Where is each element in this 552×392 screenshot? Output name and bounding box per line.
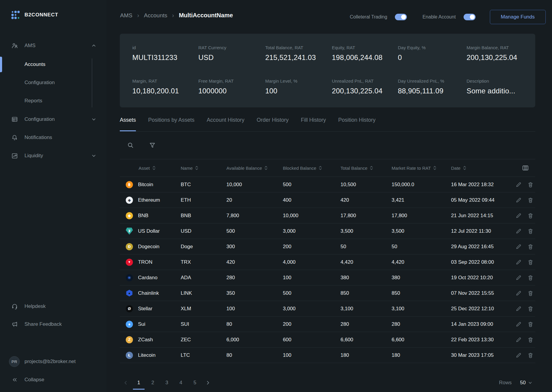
sort-icon <box>195 166 198 170</box>
sidebar-item-reports[interactable]: Reports <box>24 94 96 107</box>
delete-icon[interactable] <box>528 244 533 250</box>
delete-icon[interactable] <box>528 321 533 327</box>
cell-blocked: 3,000 <box>283 228 341 234</box>
edit-icon[interactable] <box>516 182 522 188</box>
chevron-down-icon <box>528 381 532 385</box>
delete-icon[interactable] <box>528 197 533 203</box>
sort-icon <box>153 166 155 170</box>
table-row[interactable]: Ł Litecoin LTC 80 100 180 180 30 Mar 202… <box>120 348 535 363</box>
column-header-total-balance[interactable]: Total Balance <box>341 166 392 171</box>
sidebar-item-ams-configuration[interactable]: Configuration <box>24 76 96 89</box>
bitcoin-icon: ฿ <box>126 181 133 188</box>
column-header-date[interactable]: Date <box>451 166 516 171</box>
tab-order-history[interactable]: Order History <box>257 117 289 131</box>
edit-icon[interactable] <box>516 306 522 312</box>
summary-field-margin-level: Margin Level, % 100 <box>265 71 332 105</box>
delete-icon[interactable] <box>528 290 533 296</box>
sidebar-item-label: Notifications <box>24 135 52 141</box>
sidebar-item-ams[interactable]: AMS <box>11 39 96 52</box>
cell-date: 14 Jan 2023 09:00 <box>451 321 516 327</box>
tab-fill-history[interactable]: Fill History <box>301 117 326 131</box>
column-header-blocked-balance[interactable]: Blocked Balance <box>283 166 341 171</box>
table-row[interactable]: ฿ Bitcoin BTC 10,000 500 10,500 150,000.… <box>120 177 535 192</box>
edit-icon[interactable] <box>516 321 522 327</box>
delete-icon[interactable] <box>528 228 533 234</box>
collateral-trading-toggle[interactable] <box>395 14 407 20</box>
table-row[interactable]: Z ZCash ZEC 6,000 600 6,600 6,600 22 Feb… <box>120 332 535 348</box>
cell-total: 3,500 <box>341 228 392 234</box>
next-page-icon[interactable] <box>202 380 214 385</box>
helpdesk-link[interactable]: Helpdesk <box>11 300 96 312</box>
page-3[interactable]: 3 <box>160 374 174 392</box>
delete-icon[interactable] <box>528 352 533 358</box>
sidebar-item-accounts[interactable]: Accounts <box>24 58 96 71</box>
tab-assets[interactable]: Assets <box>120 117 136 131</box>
breadcrumb-section[interactable]: Accounts <box>144 12 167 19</box>
filter-icon[interactable] <box>149 142 156 149</box>
collateral-trading-label: Colleteral Trading <box>350 14 387 20</box>
column-header-asset[interactable]: Asset <box>139 166 181 171</box>
cell-asset: Cardano <box>138 275 181 281</box>
table-row[interactable]: ◈ BNB BNB 7,800 10,000 17,800 17,800 21 … <box>120 208 535 223</box>
cell-total: 420 <box>341 197 392 203</box>
cell-blocked: 400 <box>283 197 341 203</box>
tab-account-history[interactable]: Account History <box>207 117 244 131</box>
enable-account-toggle[interactable] <box>464 14 476 20</box>
edit-icon[interactable] <box>516 352 522 358</box>
table-row[interactable]: Ð Dogecoin Doge 300 200 50 50 29 Aug 202… <box>120 239 535 254</box>
page-4[interactable]: 4 <box>174 374 188 392</box>
sidebar-item-notifications[interactable]: Notifications <box>11 131 96 144</box>
delete-icon[interactable] <box>528 306 533 312</box>
cell-available: 80 <box>226 352 283 358</box>
share-feedback-link[interactable]: Share Feedback <box>11 318 96 330</box>
cell-symbol: USD <box>181 228 226 234</box>
cell-available: 6,000 <box>226 337 283 343</box>
sidebar-item-configuration[interactable]: Configuration <box>11 113 96 126</box>
previous-page-icon[interactable] <box>120 380 132 385</box>
table-icon <box>11 116 18 123</box>
sidebar-item-liquidity[interactable]: Liquidity <box>11 149 96 162</box>
sidebar-item-label: AMS <box>24 43 36 49</box>
edit-icon[interactable] <box>516 290 522 296</box>
edit-icon[interactable] <box>516 259 522 265</box>
delete-icon[interactable] <box>528 213 533 219</box>
tab-position-history[interactable]: Position History <box>338 117 375 131</box>
table-row[interactable]: ● Chainlink LINK 350 500 850 850 07 Nov … <box>120 285 535 301</box>
search-icon[interactable] <box>127 142 134 149</box>
edit-icon[interactable] <box>516 228 522 234</box>
edit-icon[interactable] <box>516 213 522 219</box>
delete-icon[interactable] <box>528 182 533 188</box>
page-5[interactable]: 5 <box>188 374 202 392</box>
delete-icon[interactable] <box>528 337 533 343</box>
edit-icon[interactable] <box>516 197 522 203</box>
table-row[interactable]: ◆ Ethereum ETH 20 400 420 3,421 05 May 2… <box>120 192 535 208</box>
table-row[interactable]: ☀ Cardano ADA 280 100 380 380 19 Oct 202… <box>120 270 535 285</box>
edit-icon[interactable] <box>516 244 522 250</box>
table-row[interactable]: Ø Stellar XLM 100 3,000 3,100 3,100 25 D… <box>120 301 535 317</box>
collapse-sidebar-button[interactable]: Collapse <box>11 374 96 386</box>
column-settings-icon[interactable] <box>522 164 529 172</box>
cell-symbol: ADA <box>181 275 226 281</box>
column-header-available-balance[interactable]: Available Balance <box>226 166 283 171</box>
delete-icon[interactable] <box>528 275 533 281</box>
table-row[interactable]: ▼ TRON TRX 420 4,000 4,420 4,420 03 Sep … <box>120 254 535 270</box>
tab-positions-by-assets[interactable]: Positions by Assets <box>148 117 194 131</box>
user-account-row[interactable]: PR projects@b2broker.net <box>9 355 99 368</box>
table-row[interactable]: ₮ US Dollar USD 500 3,000 3,500 3,500 12… <box>120 223 535 239</box>
user-email: projects@b2broker.net <box>24 359 76 365</box>
edit-icon[interactable] <box>516 337 522 343</box>
cell-symbol: ZEC <box>181 337 226 343</box>
breadcrumb-root[interactable]: AMS <box>120 12 132 19</box>
column-header-market-rate[interactable]: Market Rate to RAT <box>392 166 451 171</box>
cell-asset: Ethereum <box>138 197 181 203</box>
cell-date: 22 Feb 2023 13:30 <box>451 337 516 343</box>
cell-available: 10,000 <box>226 182 283 188</box>
column-header-name[interactable]: Name <box>181 166 226 171</box>
rows-per-page-select[interactable]: Rows 50 <box>499 380 535 386</box>
page-2[interactable]: 2 <box>146 374 160 392</box>
edit-icon[interactable] <box>516 275 522 281</box>
page-1[interactable]: 1 <box>132 374 146 392</box>
manage-funds-button[interactable]: Manage Funds <box>490 10 546 24</box>
delete-icon[interactable] <box>528 259 533 265</box>
table-row[interactable]: ♠ Sui SUI 80 200 280 280 14 Jan 2023 09:… <box>120 317 535 332</box>
